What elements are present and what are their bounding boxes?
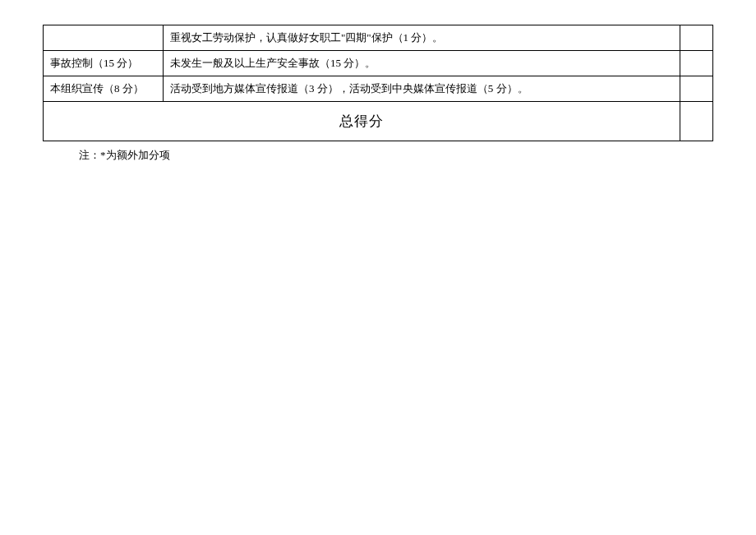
row-content: 重视女工劳动保护，认真做好女职工"四期"保护（1 分）。 <box>164 25 680 51</box>
table-row: 事故控制（15 分） 未发生一般及以上生产安全事故（15 分）。 <box>44 51 713 76</box>
scoring-table: 重视女工劳动保护，认真做好女职工"四期"保护（1 分）。 事故控制（15 分） … <box>43 25 713 141</box>
row-content: 活动受到地方媒体宣传报道（3 分），活动受到中央媒体宣传报道（5 分）。 <box>164 76 680 102</box>
footnote: 注：*为额外加分项 <box>79 148 713 163</box>
total-label: 总得分 <box>44 102 680 141</box>
row-label: 本组织宣传（8 分） <box>44 76 164 102</box>
row-score <box>680 25 713 51</box>
row-label: 事故控制（15 分） <box>44 51 164 76</box>
row-score <box>680 76 713 102</box>
row-label <box>44 25 164 51</box>
total-score <box>680 102 713 141</box>
total-row: 总得分 <box>44 102 713 141</box>
row-content: 未发生一般及以上生产安全事故（15 分）。 <box>164 51 680 76</box>
table-row: 本组织宣传（8 分） 活动受到地方媒体宣传报道（3 分），活动受到中央媒体宣传报… <box>44 76 713 102</box>
row-score <box>680 51 713 76</box>
table-row: 重视女工劳动保护，认真做好女职工"四期"保护（1 分）。 <box>44 25 713 51</box>
